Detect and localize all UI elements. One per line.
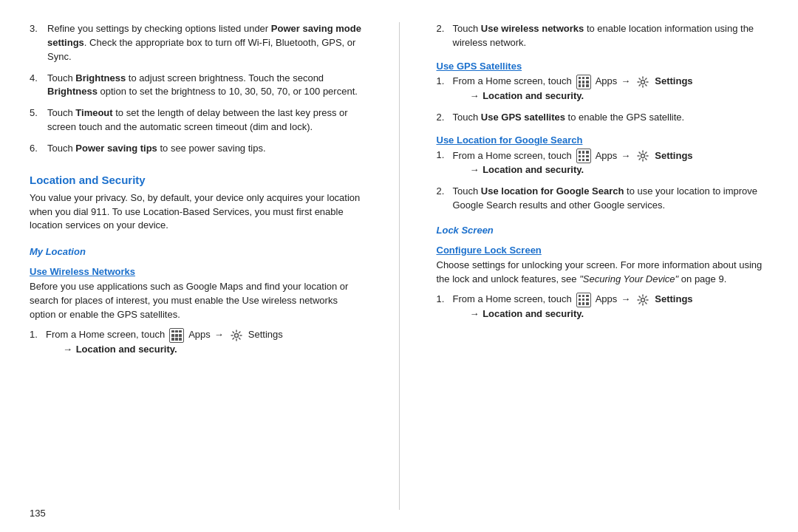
settings-label-3: Settings <box>655 150 692 161</box>
lock-arrow-indent-1: → <box>470 308 480 319</box>
apps-label-4: Apps <box>596 293 618 307</box>
item-5-num: 5. <box>30 106 43 134</box>
apps-label-2: Apps <box>596 75 618 89</box>
settings-icon-2 <box>635 75 650 89</box>
apps-grid-1 <box>171 330 182 341</box>
location-security-body: You value your privacy. So, by default, … <box>30 191 362 233</box>
wireless-step-1-num: 1. <box>30 328 41 360</box>
use-gps-heading: Use GPS Satellites <box>437 61 769 72</box>
lock-step-1-line: From a Home screen, touch Apps → <box>453 293 769 307</box>
configure-lock-body: Choose settings for unlocking your scree… <box>437 259 769 287</box>
loc-arrow-indent-1: → <box>470 164 480 175</box>
use-location-heading: Use Location for Google Search <box>437 134 769 146</box>
use-wireless-heading: Use Wireless Networks <box>30 266 362 277</box>
apps-label-3: Apps <box>596 149 618 163</box>
item-4-num: 4. <box>30 72 43 100</box>
wireless-step-1: 1. From a Home screen, touch Apps → <box>30 328 362 360</box>
loc-step-1-indent: → Location and security. <box>469 163 769 177</box>
svg-point-1 <box>641 80 645 83</box>
gps-step-2-content: Touch Use GPS satellites to enable the G… <box>453 111 769 125</box>
right-column: 2. Touch Use wireless networks to enable… <box>437 22 769 510</box>
gps-step-1-line: From a Home screen, touch Apps → <box>453 75 769 89</box>
settings-icon-3 <box>635 149 650 163</box>
svg-point-2 <box>641 154 645 158</box>
wireless-step-1-line: From a Home screen, touch Apps → <box>46 328 362 343</box>
gps-step-2: 2. Touch Use GPS satellites to enable th… <box>437 111 769 125</box>
page: 3. Refine you settings by checking optio… <box>0 0 798 532</box>
settings-label-4: Settings <box>655 293 692 304</box>
gps-step-1-prefix: From a Home screen, touch <box>453 75 572 89</box>
settings-label-1: Settings <box>248 328 283 342</box>
column-divider <box>399 22 400 510</box>
apps-grid-2 <box>579 77 589 87</box>
loc-step-1-prefix: From a Home screen, touch <box>453 149 572 163</box>
gps-step-2-num: 2. <box>437 111 449 125</box>
arrow-indent-1: → <box>63 344 72 355</box>
gps-arrow-indent-1: → <box>470 90 480 101</box>
item-6-num: 6. <box>30 142 43 156</box>
item-3: 3. Refine you settings by checking optio… <box>30 22 362 64</box>
wireless-step-1-suffix: Location and security <box>76 344 174 355</box>
settings-label-2: Settings <box>655 75 692 86</box>
lock-step-1-indent: → Location and security. <box>469 307 769 321</box>
lock-step-1-content: From a Home screen, touch Apps → <box>453 293 769 324</box>
item-6-text: Touch Power saving tips to see power sav… <box>47 142 266 156</box>
wireless-step-1-content: From a Home screen, touch Apps → <box>46 328 362 360</box>
lock-step-1-suffix: Location and security <box>482 308 581 319</box>
apps-icon-2 <box>576 75 591 89</box>
lock-arrow-1: → <box>621 293 630 307</box>
item-5-text: Touch Timeout to set the length of delay… <box>47 106 362 134</box>
loc-step-2-num: 2. <box>437 185 449 213</box>
gps-arrow-1: → <box>621 75 630 89</box>
wireless-step-2: 2. Touch Use wireless networks to enable… <box>437 22 769 50</box>
apps-label-1: Apps <box>188 328 211 342</box>
apps-grid-4 <box>579 295 589 305</box>
lock-step-1-prefix: From a Home screen, touch <box>453 293 572 307</box>
loc-step-2: 2. Touch Use location for Google Search … <box>437 185 769 213</box>
configure-lock-heading: Configure Lock Screen <box>437 245 769 256</box>
loc-step-1-num: 1. <box>437 149 449 180</box>
arrow-1: → <box>214 328 224 342</box>
item-6: 6. Touch Power saving tips to see power … <box>30 142 362 156</box>
my-location-heading: My Location <box>30 246 362 257</box>
gps-step-1-content: From a Home screen, touch Apps → <box>453 75 769 106</box>
item-4-text: Touch Brightness to adjust screen bright… <box>47 72 362 100</box>
item-3-text: Refine you settings by checking options … <box>47 22 362 64</box>
svg-point-0 <box>234 333 238 337</box>
gps-step-1-indent: → Location and security. <box>469 89 769 103</box>
lock-step-1: 1. From a Home screen, touch Apps → <box>437 293 769 324</box>
wireless-step-2-content: Touch Use wireless networks to enable lo… <box>453 22 769 50</box>
lock-screen-heading: Lock Screen <box>437 225 769 236</box>
svg-point-3 <box>641 298 645 301</box>
apps-icon-3 <box>576 149 591 163</box>
wireless-step-1-prefix: From a Home screen, touch <box>46 328 165 342</box>
gps-step-1-suffix: Location and security <box>482 90 581 101</box>
left-column: 3. Refine you settings by checking optio… <box>30 22 362 510</box>
loc-step-1-content: From a Home screen, touch Apps → <box>453 149 769 180</box>
item-3-num: 3. <box>30 22 43 64</box>
settings-icon-4 <box>635 293 650 307</box>
apps-grid-3 <box>579 151 589 161</box>
loc-step-1: 1. From a Home screen, touch Apps → <box>437 149 769 180</box>
wireless-step-1-indent: → Location and security. <box>62 343 362 357</box>
item-5: 5. Touch Timeout to set the length of de… <box>30 106 362 134</box>
loc-step-1-suffix: Location and security <box>482 164 581 175</box>
item-4: 4. Touch Brightness to adjust screen bri… <box>30 72 362 100</box>
apps-icon-4 <box>576 293 591 307</box>
wireless-step-2-num: 2. <box>437 22 449 50</box>
loc-step-1-line: From a Home screen, touch Apps → <box>453 149 769 163</box>
use-wireless-body: Before you use applications such as Goog… <box>30 280 362 322</box>
page-number: 135 <box>30 508 46 519</box>
loc-step-2-content: Touch Use location for Google Search to … <box>453 185 769 213</box>
settings-icon-1 <box>229 328 244 343</box>
location-security-heading: Location and Security <box>30 174 362 186</box>
gps-step-1-num: 1. <box>437 75 449 106</box>
loc-arrow-1: → <box>621 149 630 163</box>
lock-step-1-num: 1. <box>437 293 449 324</box>
gps-step-1: 1. From a Home screen, touch Apps → <box>437 75 769 106</box>
apps-icon-1 <box>169 328 184 343</box>
